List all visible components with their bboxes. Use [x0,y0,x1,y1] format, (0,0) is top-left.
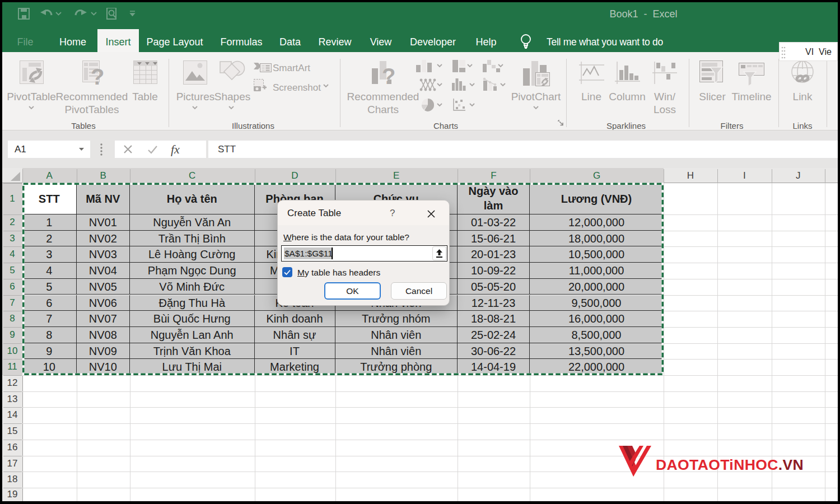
svg-text:?: ? [382,64,395,88]
svg-text:?: ? [91,64,104,89]
svg-text:DAOTAOTiNHOC.VN: DAOTAOTiNHOC.VN [656,456,804,473]
svg-text:fx: fx [171,142,180,156]
